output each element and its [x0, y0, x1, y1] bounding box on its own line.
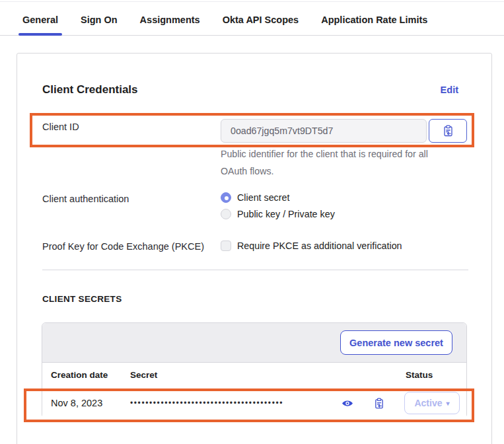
secret-creation-date: Nov 8, 2023 — [51, 387, 102, 419]
column-header-status: Status — [406, 363, 433, 387]
table-row: Nov 8, 2023 ••••••••••••••••••••••••••••… — [42, 387, 466, 419]
tab-sign-on[interactable]: Sign On — [77, 4, 122, 35]
radio-unselected-icon[interactable] — [221, 209, 231, 219]
copy-secret-button[interactable] — [374, 387, 384, 419]
generate-new-secret-button[interactable]: Generate new secret — [340, 330, 452, 355]
tab-general[interactable]: General — [18, 4, 62, 35]
radio-client-secret[interactable]: Client secret — [221, 192, 335, 203]
clipboard-icon — [443, 125, 454, 137]
pkce-checkbox-row[interactable]: Require PKCE as additional verification — [221, 240, 402, 251]
radio-public-private-key-label: Public key / Private key — [237, 209, 335, 219]
caret-down-icon: ▾ — [447, 400, 450, 407]
secrets-toolbar: Generate new secret — [42, 323, 466, 363]
client-authentication-options: Client secret Public key / Private key — [221, 192, 335, 219]
eye-icon — [342, 399, 353, 408]
column-header-secret: Secret — [130, 363, 157, 387]
reveal-secret-button[interactable] — [342, 387, 353, 419]
status-label: Active — [414, 398, 442, 408]
edit-link[interactable]: Edit — [441, 85, 458, 95]
client-id-label: Client ID — [42, 122, 79, 132]
radio-client-secret-label: Client secret — [237, 192, 289, 203]
card-title: Client Credentials — [42, 83, 138, 96]
table-header-row: Creation date Secret Status — [42, 363, 466, 387]
client-secrets-title: CLIENT SECRETS — [42, 294, 122, 304]
column-header-creation-date: Creation date — [51, 363, 108, 387]
checkbox-unchecked-icon[interactable] — [221, 240, 231, 251]
app-tab-bar: General Sign On Assignments Okta API Sco… — [0, 4, 504, 36]
secret-masked-value: •••••••••••••••••••••••••••••••••••••••• — [130, 387, 283, 419]
status-dropdown-button[interactable]: Active ▾ — [404, 392, 460, 414]
pkce-option-label: Require PKCE as additional verification — [237, 240, 402, 251]
page: General Sign On Assignments Okta API Sco… — [0, 0, 504, 444]
tab-assignments[interactable]: Assignments — [136, 4, 204, 35]
client-id-value[interactable]: 0oad67jgq5m7vt9DT5d7 — [221, 119, 427, 143]
client-credentials-card: Client Credentials Edit Client ID 0oad67… — [17, 53, 492, 444]
radio-public-private-key[interactable]: Public key / Private key — [221, 209, 335, 219]
client-id-help-text: Public identifier for the client that is… — [221, 145, 450, 180]
pkce-label: Proof Key for Code Exchange (PKCE) — [42, 241, 204, 252]
clipboard-icon — [374, 398, 384, 409]
top-divider — [0, 1, 504, 2]
client-authentication-label: Client authentication — [42, 194, 129, 204]
section-divider — [42, 270, 468, 270]
client-secrets-table: Generate new secret Creation date Secret… — [42, 322, 467, 418]
copy-client-id-button[interactable] — [429, 119, 467, 143]
tab-application-rate-limits[interactable]: Application Rate Limits — [317, 4, 431, 35]
tab-okta-api-scopes[interactable]: Okta API Scopes — [219, 4, 303, 35]
radio-selected-icon[interactable] — [221, 192, 231, 203]
